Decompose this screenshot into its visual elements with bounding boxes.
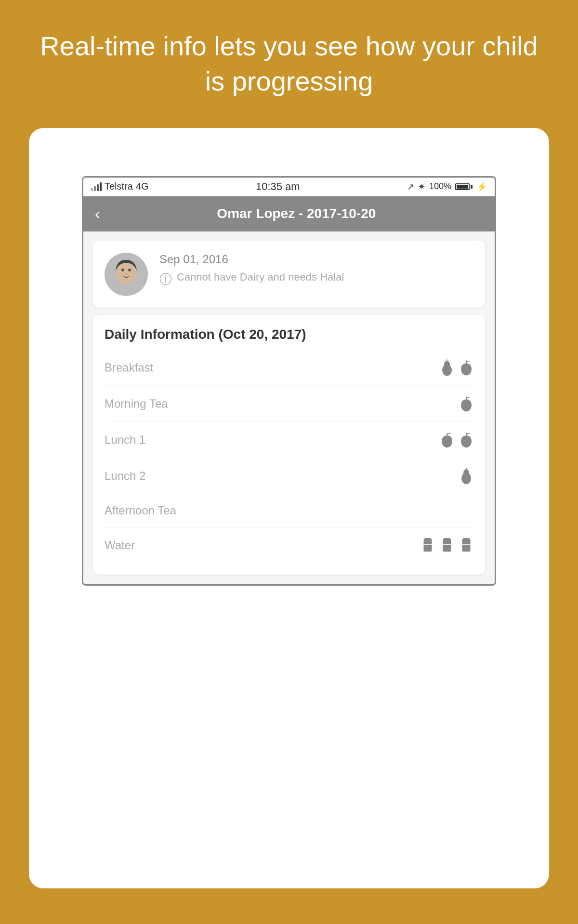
water-icon-2 (440, 537, 454, 553)
bluetooth-icon: ✴ (418, 181, 425, 192)
page-header: Real-time info lets you see how your chi… (0, 0, 578, 128)
content-area: Sep 01, 2016 ⓘ Cannot have Dairy and nee… (83, 231, 495, 584)
apple-icon-2 (459, 396, 473, 412)
meal-icons-morning-tea (459, 396, 473, 412)
svg-point-4 (125, 272, 127, 274)
signal-bars (91, 182, 102, 191)
meal-icons-lunch2 (459, 468, 473, 484)
apple-icon-4 (459, 432, 473, 448)
svg-point-6 (444, 361, 450, 368)
profile-note-text: Cannot have Dairy and needs Halal (177, 270, 344, 285)
status-right: ↗ ✴ 100% ⚡ (407, 181, 487, 192)
meal-row-lunch2: Lunch 2 (105, 458, 473, 494)
meal-label-breakfast: Breakfast (105, 361, 153, 374)
daily-card: ‹ Daily Information (Oct 20, 2017) Break… (93, 315, 485, 575)
meal-icons-breakfast (440, 359, 473, 376)
back-button[interactable]: ‹ (95, 205, 100, 223)
location-icon: ↗ (407, 181, 414, 192)
profile-date: Sep 01, 2016 (159, 253, 344, 266)
meal-row-breakfast: Breakfast (105, 350, 473, 386)
meal-label-lunch1: Lunch 1 (105, 433, 145, 447)
battery-icon (455, 183, 473, 190)
info-icon: ⓘ (159, 271, 172, 288)
pear-icon-2 (459, 468, 473, 484)
status-left: Telstra 4G (91, 181, 149, 192)
profile-info: Sep 01, 2016 ⓘ Cannot have Dairy and nee… (159, 253, 344, 288)
svg-rect-19 (444, 538, 450, 539)
meal-icons-lunch1 (440, 432, 473, 448)
time-label: 10:35 am (256, 180, 300, 193)
meal-label-afternoon-tea: Afternoon Tea (105, 504, 176, 517)
phone-screen: Telstra 4G 10:35 am ↗ ✴ 100% ⚡ (82, 176, 496, 586)
header-section: Real-time info lets you see how your chi… (0, 0, 578, 128)
battery-percent: 100% (429, 181, 451, 192)
meal-icons-water (420, 537, 473, 553)
meal-row-water: Water (105, 527, 473, 563)
profile-card: Sep 01, 2016 ⓘ Cannot have Dairy and nee… (93, 241, 485, 308)
svg-point-13 (463, 469, 469, 476)
apple-icon-3 (440, 432, 454, 448)
status-bar: Telstra 4G 10:35 am ↗ ✴ 100% ⚡ (83, 178, 495, 196)
meal-row-afternoon-tea: Afternoon Tea (105, 494, 473, 527)
svg-rect-16 (424, 538, 431, 539)
nav-bar: ‹ Omar Lopez - 2017-10-20 (83, 196, 495, 231)
svg-rect-22 (463, 538, 469, 539)
avatar (105, 253, 148, 296)
water-icon-1 (420, 537, 435, 553)
meal-row-lunch1: Lunch 1 (105, 422, 473, 458)
apple-icon-1 (459, 359, 473, 376)
meal-label-water: Water (105, 539, 135, 552)
network-label: 4G (136, 181, 149, 192)
svg-point-3 (128, 269, 131, 271)
daily-title: Daily Information (Oct 20, 2017) (105, 327, 473, 342)
pear-icon (440, 359, 454, 376)
svg-rect-15 (424, 539, 432, 551)
meal-label-morning-tea: Morning Tea (105, 397, 168, 411)
profile-note: ⓘ Cannot have Dairy and needs Halal (159, 270, 344, 288)
water-icon-3 (459, 537, 473, 553)
carrier-label: Telstra (105, 181, 133, 192)
svg-rect-21 (462, 539, 471, 551)
svg-rect-18 (443, 539, 451, 551)
charging-icon: ⚡ (476, 181, 487, 192)
svg-point-2 (121, 269, 124, 271)
nav-title: Omar Lopez - 2017-10-20 (110, 206, 483, 221)
phone-container: Telstra 4G 10:35 am ↗ ✴ 100% ⚡ (29, 128, 549, 888)
meal-row-morning-tea: Morning Tea (105, 386, 473, 422)
meal-label-lunch2: Lunch 2 (105, 469, 145, 483)
